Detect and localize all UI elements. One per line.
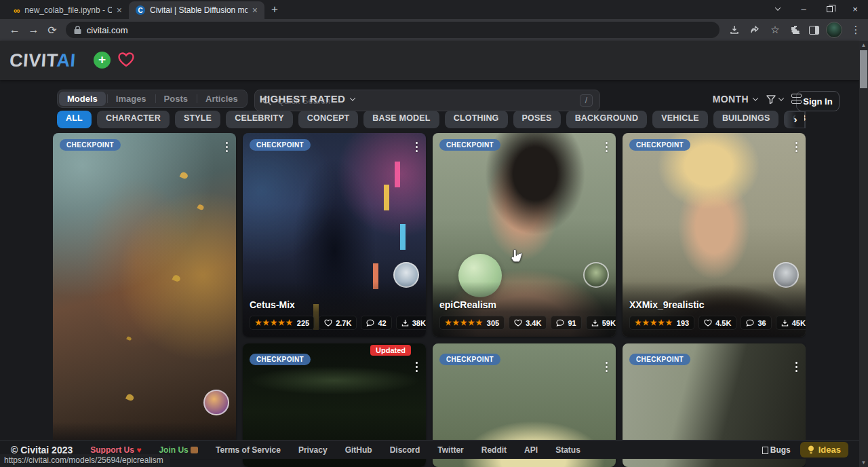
grid-column-1: CHECKPOINT DreamShaper [53, 133, 236, 467]
chip-poses[interactable]: POSES [513, 111, 561, 128]
browser-profile-avatar[interactable] [826, 22, 842, 38]
chip-concept[interactable]: CONCEPT [298, 111, 359, 128]
period-dropdown[interactable]: MONTH [713, 94, 757, 105]
layout-toggle-button[interactable] [791, 92, 802, 106]
tab-models[interactable]: Models [59, 92, 106, 106]
star-rating-icon: ★★★★★ [445, 318, 484, 327]
card-menu-icon[interactable] [224, 138, 230, 155]
chip-background[interactable]: BACKGROUND [566, 111, 648, 128]
content-nav-row: Models Images Posts Articles HIGHEST RAT… [57, 90, 802, 108]
chip-buildings[interactable]: BUILDINGS [713, 111, 779, 128]
back-button[interactable]: ← [5, 24, 24, 36]
ideas-button[interactable]: Ideas [800, 442, 848, 457]
browser-tab-colab[interactable]: ∞ new_colab_file.ipynb - Colaborat × [7, 1, 129, 19]
browser-toolbar: ← → ⟳ civitai.com ☆ ⋮ [0, 19, 868, 41]
chip-style[interactable]: STYLE [175, 111, 220, 128]
side-panel-icon[interactable] [809, 26, 819, 35]
comments-pill: 91 [551, 316, 581, 330]
download-icon[interactable] [728, 24, 741, 35]
support-heart-icon[interactable] [117, 51, 136, 69]
card-menu-icon[interactable] [414, 358, 420, 375]
chevron-down-icon [350, 95, 355, 100]
filter-dropdown[interactable] [766, 94, 783, 105]
checkpoint-badge: CHECKPOINT [250, 354, 311, 365]
card-menu-icon[interactable] [794, 138, 800, 155]
download-icon [401, 319, 409, 326]
downloads-pill: 38K [396, 316, 426, 330]
chips-scroll-right-button[interactable]: › [787, 112, 804, 128]
footer-link-discord[interactable]: Discord [390, 445, 420, 455]
footer-link-status[interactable]: Status [555, 445, 580, 455]
chip-all[interactable]: ALL [57, 111, 92, 128]
likes-count: 3.4K [526, 319, 541, 327]
site-header: CIVITAI + / Sign In [0, 41, 859, 80]
forward-button[interactable]: → [24, 24, 43, 36]
footer-link-reddit[interactable]: Reddit [481, 445, 507, 455]
chip-celebrity[interactable]: CELEBRITY [226, 111, 293, 128]
heart-icon: ♥ [136, 445, 141, 455]
heart-icon [514, 319, 522, 326]
footer-link-api[interactable]: API [524, 445, 538, 455]
card-stats: ★★★★★193 4.5K 36 45K [629, 316, 799, 330]
bookmark-star-icon[interactable]: ☆ [768, 24, 782, 36]
footer-link-github[interactable]: GitHub [345, 445, 372, 455]
chip-character[interactable]: CHARACTER [97, 111, 170, 128]
card-menu-icon[interactable] [604, 138, 610, 155]
civitai-logo[interactable]: CIVITAI [9, 50, 77, 71]
window-close-button[interactable]: × [842, 0, 868, 18]
chip-vehicle[interactable]: VEHICLE [652, 111, 708, 128]
model-card-cetus-mix[interactable]: CHECKPOINT Cetus-Mix ★★★★★225 2.7K 42 38… [243, 133, 426, 337]
browser-menu-icon[interactable]: ⋮ [849, 24, 863, 36]
window-minimize-button[interactable]: – [791, 0, 816, 18]
model-card-epicrealism[interactable]: CHECKPOINT epiCRealism ★★★★★305 3.4K 91 … [433, 133, 616, 337]
sign-in-button[interactable]: Sign In [796, 91, 840, 111]
comments-count: 36 [757, 319, 766, 327]
chip-base-model[interactable]: BASE MODEL [363, 111, 439, 128]
model-title: epiCRealism [439, 299, 609, 310]
page-scrollbar[interactable]: ▲ ▼ [859, 41, 868, 467]
tab-images[interactable]: Images [107, 91, 155, 107]
address-bar[interactable]: civitai.com [66, 22, 719, 38]
model-card-xxmix[interactable]: CHECKPOINT XXMix_9realistic ★★★★★193 4.5… [623, 133, 806, 337]
footer-link-join-us[interactable]: Join Us [159, 445, 198, 455]
likes-pill: 2.7K [319, 316, 357, 330]
card-stats: ★★★★★225 2.7K 42 38K [250, 316, 419, 330]
tab-search-chevron-icon[interactable] [765, 0, 791, 18]
tab-title: Civitai | Stable Diffusion models, [150, 5, 248, 15]
model-grid: CHECKPOINT DreamShaper CHECKPOINT Cetus-… [53, 133, 806, 467]
upload-plus-button[interactable]: + [94, 52, 111, 69]
scrollbar-down-arrow[interactable]: ▼ [859, 458, 868, 467]
extensions-puzzle-icon[interactable] [789, 24, 802, 35]
tab-articles[interactable]: Articles [197, 91, 247, 107]
lock-icon [74, 26, 81, 35]
tab-posts[interactable]: Posts [155, 91, 197, 107]
footer-link-twitter[interactable]: Twitter [437, 445, 463, 455]
heart-icon [324, 319, 332, 326]
toolbar-actions: ☆ ⋮ [728, 22, 863, 38]
new-tab-button[interactable]: + [271, 3, 278, 19]
bugs-button[interactable]: Bugs [762, 445, 791, 455]
sort-dropdown[interactable]: HIGHEST RATED [260, 93, 355, 105]
content-type-tabs: Models Images Posts Articles [57, 90, 248, 108]
tab-close-icon[interactable]: × [252, 5, 258, 15]
card-menu-icon[interactable] [604, 358, 610, 375]
browser-tab-civitai[interactable]: C Civitai | Stable Diffusion models, × [129, 1, 264, 19]
scrollbar-up-arrow[interactable]: ▲ [859, 41, 868, 50]
chip-clothing[interactable]: CLOTHING [445, 111, 508, 128]
card-menu-icon[interactable] [794, 358, 800, 375]
scrollbar-thumb[interactable] [860, 50, 867, 88]
creator-avatar[interactable] [203, 390, 229, 415]
footer-link-privacy[interactable]: Privacy [298, 445, 328, 455]
join-emoji-icon [191, 447, 198, 453]
card-menu-icon[interactable] [414, 138, 420, 155]
footer-link-terms[interactable]: Terms of Service [216, 445, 281, 455]
category-chip-bar: ALL CHARACTER STYLE CELEBRITY CONCEPT BA… [57, 111, 806, 128]
reload-button[interactable]: ⟳ [43, 24, 62, 37]
comment-icon [556, 319, 564, 326]
footer-link-support-us[interactable]: Support Us ♥ [90, 445, 141, 455]
rating-pill: ★★★★★305 [439, 316, 505, 330]
window-restore-button[interactable] [816, 0, 842, 18]
model-card-dreamshaper[interactable]: CHECKPOINT DreamShaper [53, 133, 236, 457]
tab-close-icon[interactable]: × [117, 5, 122, 15]
share-icon[interactable] [748, 24, 762, 35]
